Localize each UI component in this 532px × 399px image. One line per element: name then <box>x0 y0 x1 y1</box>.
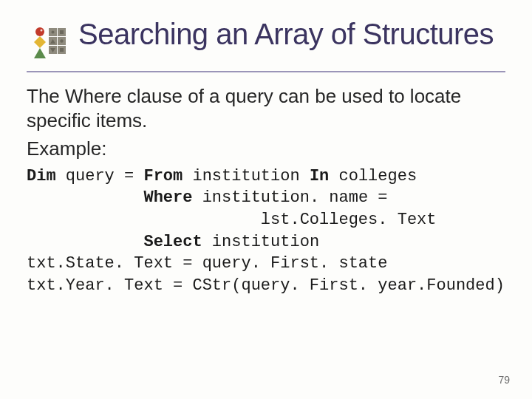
svg-point-6 <box>35 27 44 36</box>
header-row: Searching an Array of Structures <box>27 18 505 65</box>
kw-select: Select <box>143 233 202 251</box>
page-number: 79 <box>498 374 510 386</box>
code-text: txt.Year. Text = CStr(query. First. year… <box>27 276 505 295</box>
svg-point-10 <box>52 31 55 34</box>
svg-rect-11 <box>60 30 64 34</box>
kw-in: In <box>310 167 329 185</box>
code-indent <box>27 233 143 251</box>
code-block: Dim query = From institution In colleges… <box>27 166 505 297</box>
title-rule <box>27 71 505 72</box>
kw-dim: Dim <box>27 167 56 185</box>
kw-where: Where <box>143 188 192 207</box>
slide: Searching an Array of Structures The Whe… <box>0 0 532 399</box>
code-text: institution <box>202 233 319 251</box>
logo-icon <box>27 24 68 65</box>
code-text: lst.Colleges. Text <box>27 211 437 229</box>
slide-title: Searching an Array of Structures <box>78 18 494 51</box>
code-text: colleges <box>329 167 417 185</box>
svg-marker-8 <box>34 36 46 48</box>
svg-point-7 <box>41 30 43 32</box>
kw-from: From <box>143 167 183 185</box>
code-indent <box>27 188 143 207</box>
svg-marker-9 <box>34 48 46 58</box>
body-line-2: Example: <box>27 137 505 161</box>
body-line-1: The Where clause of a query can be used … <box>27 84 505 132</box>
code-text: institution. name = <box>192 188 387 207</box>
svg-rect-15 <box>60 48 64 52</box>
code-text: query = <box>56 167 144 185</box>
code-text: institution <box>183 167 310 185</box>
svg-point-13 <box>60 39 63 42</box>
code-text: txt.State. Text = query. First. state <box>27 254 387 273</box>
